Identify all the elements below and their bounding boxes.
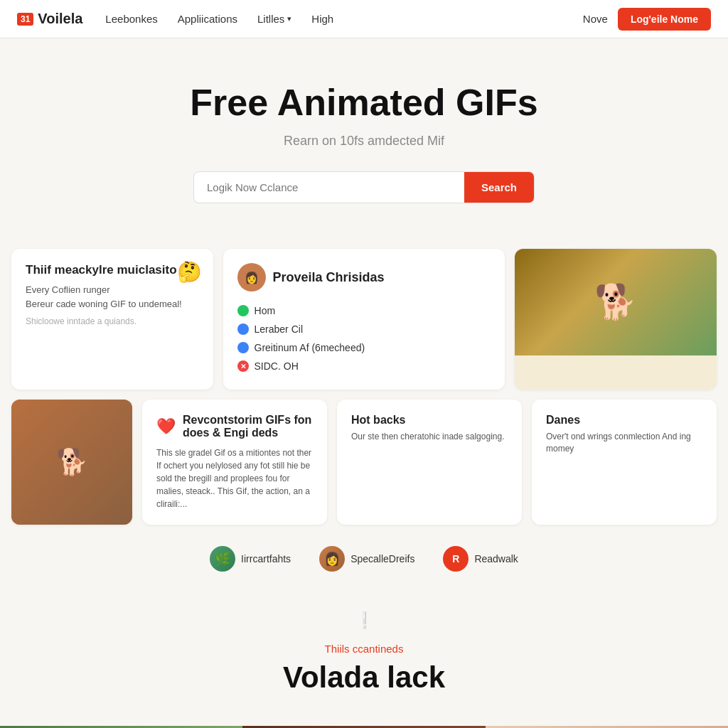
card-danes: Danes Over't ond wrings conmlection And … — [532, 400, 717, 525]
status-green-icon — [237, 305, 249, 316]
section2-label: Thiils ccantineds — [17, 643, 711, 655]
list-item: Leraber Cil — [237, 320, 491, 338]
avatar-circle-3: R — [443, 546, 469, 572]
navbar: 31 Voilela Leebonkes Appliications Litll… — [0, 0, 728, 38]
status-red-icon: ✕ — [237, 360, 249, 372]
card1-title: Thiif meackylre muiclasito — [26, 263, 199, 277]
card-gifs-featured: ❤️ Revcontstorim GIFs fon does & Engi de… — [142, 400, 327, 525]
card-dog-image: 🐕 — [515, 249, 717, 390]
logo[interactable]: 31 Voilela — [17, 11, 82, 27]
nav-right: Nove Log'eile Nome — [583, 8, 711, 31]
cards-row-1: 🤔 Thiif meackylre muiclasito Every Cofli… — [11, 249, 717, 390]
logo-badge: 31 — [17, 13, 33, 26]
nav-link-leebonkes[interactable]: Leebonkes — [105, 13, 157, 25]
avatar-circle-2: 👩 — [319, 546, 345, 572]
divider: ❕ — [0, 600, 728, 636]
status-blue-icon — [237, 342, 249, 353]
login-button[interactable]: Log'eile Nome — [618, 8, 711, 31]
search-bar: Search — [193, 171, 535, 203]
dog-left-image: 🐕 — [11, 400, 132, 525]
avatar-item-3[interactable]: R Readwalk — [443, 546, 518, 572]
avatar-item-1[interactable]: 🌿 Iirrcartfahts — [210, 546, 291, 572]
avatar-circle-1: 🌿 — [210, 546, 235, 572]
hero-title: Free Animated GIFs — [17, 81, 711, 124]
section2-title: Volada lack — [17, 660, 711, 695]
thinking-emoji: 🤔 — [177, 260, 202, 284]
profile-name: Proveila Chrisidas — [273, 270, 385, 285]
nav-link-appliications[interactable]: Appliications — [178, 13, 237, 25]
card-dog-left: 🐕 — [11, 400, 132, 525]
logo-name: Voilela — [38, 11, 82, 27]
card-intro: 🤔 Thiif meackylre muiclasito Every Cofli… — [11, 249, 213, 390]
hot-backs-title: Hot backs — [351, 414, 508, 427]
hot-backs-body: Our ste then cheratohic inade salgoging. — [351, 431, 508, 443]
card-hot-backs: Hot backs Our ste then cheratohic inade … — [337, 400, 522, 525]
avatar-label-1: Iirrcartfahts — [241, 553, 291, 564]
cards-section: 🤔 Thiif meackylre muiclasito Every Cofli… — [0, 232, 728, 600]
card-red-title: Revcontstorim GIFs fon does & Engi deds — [183, 414, 313, 439]
profile-list: Hom Leraber Cil Greitinum Af (6mecheed) … — [237, 301, 491, 375]
card1-line2: Bereur cade woning GIF to undemeal! — [26, 297, 199, 311]
avatar: 👩 — [237, 263, 266, 291]
search-button[interactable]: Search — [464, 172, 534, 203]
hero-subtitle: Rearn on 10fs amdected Mif — [17, 134, 711, 149]
list-item: Hom — [237, 301, 491, 320]
card-profile: 👩 Proveila Chrisidas Hom Leraber Cil Gre… — [223, 249, 505, 390]
section2: Thiils ccantineds Volada lack — [0, 636, 728, 726]
profile-header: 👩 Proveila Chrisidas — [237, 263, 491, 291]
status-blue-icon — [237, 323, 249, 335]
danes-body: Over't ond wrings conmlection And ing mo… — [546, 431, 702, 455]
card1-muted: Shicloowe inntade a quiands. — [26, 315, 199, 328]
nav-links: Leebonkes Appliications Litlles ▾ High — [105, 13, 582, 25]
nav-link-high[interactable]: High — [311, 13, 333, 25]
card-red-body: This sle gradel Gif os a mitiontes not t… — [156, 446, 313, 510]
avatars-row: 🌿 Iirrcartfahts 👩 SpecalleDreifs R Readw… — [11, 535, 717, 583]
card1-line1: Every Coflien runger — [26, 283, 199, 297]
avatar-label-3: Readwalk — [474, 553, 518, 564]
nav-nove[interactable]: Nove — [583, 13, 608, 25]
exclamation-icon: ❕ — [355, 611, 374, 629]
search-input[interactable] — [194, 172, 464, 203]
hero-section: Free Animated GIFs Rearn on 10fs amdecte… — [0, 38, 728, 232]
card-red-header: ❤️ Revcontstorim GIFs fon does & Engi de… — [156, 414, 313, 439]
chevron-down-icon: ▾ — [287, 14, 291, 23]
heart-icon: ❤️ — [156, 417, 176, 436]
avatar-label-2: SpecalleDreifs — [350, 553, 414, 564]
nav-link-litlles[interactable]: Litlles ▾ — [257, 13, 291, 25]
list-item: Greitinum Af (6mecheed) — [237, 338, 491, 357]
danes-title: Danes — [546, 414, 702, 427]
avatar-item-2[interactable]: 👩 SpecalleDreifs — [319, 546, 414, 572]
dog-image: 🐕 — [515, 249, 717, 355]
list-item: ✕ SIDC. OH — [237, 357, 491, 375]
cards-row-2: 🐕 ❤️ Revcontstorim GIFs fon does & Engi … — [11, 400, 717, 525]
